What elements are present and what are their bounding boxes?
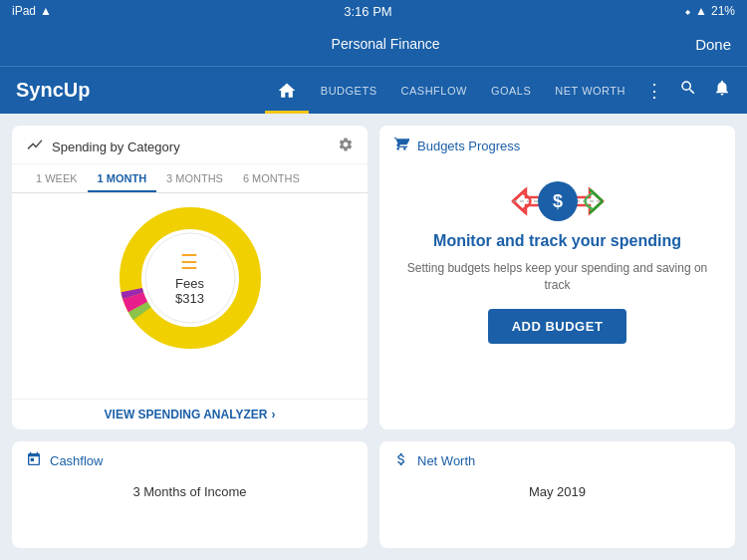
nav-logo: SyncUp xyxy=(8,79,98,102)
networth-card-header: Net Worth xyxy=(393,451,721,470)
more-options-icon[interactable]: ⋮ xyxy=(645,80,663,102)
dollar-icon xyxy=(393,451,409,470)
calendar-icon xyxy=(26,451,42,470)
nav-tab-budgets[interactable]: BUDGETS xyxy=(309,67,389,114)
app-header: Personal Finance Done xyxy=(0,22,747,66)
networth-title: Net Worth xyxy=(417,453,475,468)
status-bar: iPad ▲ 3:16 PM ⬥ ▲ 21% xyxy=(0,0,747,22)
notifications-icon[interactable] xyxy=(713,79,731,102)
spending-card: Spending by Category 1 WEEK 1 MONTH 3 MO… xyxy=(12,126,368,429)
status-bar-left: iPad ▲ xyxy=(12,4,52,18)
wifi-icon: ▲ xyxy=(40,4,52,18)
cashflow-subtitle: 3 Months of Income xyxy=(26,484,354,499)
budget-eye-icon: $ xyxy=(508,171,608,231)
add-budget-button[interactable]: ADD BUDGET xyxy=(488,309,627,344)
networth-subtitle: May 2019 xyxy=(393,484,721,499)
cashflow-title: Cashflow xyxy=(50,453,103,468)
search-icon[interactable] xyxy=(679,79,697,102)
spending-card-title: Spending by Category xyxy=(52,140,180,154)
chevron-right-icon: › xyxy=(271,408,275,421)
nav-tab-home[interactable] xyxy=(265,67,309,114)
nav-bar: SyncUp BUDGETS CASHFLOW GOALS NET WORTH … xyxy=(0,66,747,114)
svg-text:$: $ xyxy=(552,191,562,211)
donut-category-label: Fees xyxy=(175,276,204,291)
budgets-card-title: Budgets Progress xyxy=(417,139,520,153)
status-bar-time: 3:16 PM xyxy=(344,4,391,19)
wifi-signal-icon: ▲ xyxy=(695,4,707,18)
status-bar-right: ⬥ ▲ 21% xyxy=(684,4,735,18)
time-tab-1week[interactable]: 1 WEEK xyxy=(26,164,88,192)
main-content: Spending by Category 1 WEEK 1 MONTH 3 MO… xyxy=(0,114,747,560)
view-spending-analyzer-button[interactable]: VIEW SPENDING ANALYZER › xyxy=(12,399,368,429)
home-icon xyxy=(277,81,297,101)
donut-amount: $313 xyxy=(175,291,204,306)
networth-card: Net Worth May 2019 xyxy=(379,441,735,549)
cashflow-card: Cashflow 3 Months of Income xyxy=(12,441,368,549)
cashflow-card-header: Cashflow xyxy=(26,451,354,470)
donut-chart-area: ☰ Fees $313 xyxy=(12,193,368,399)
ipad-label: iPad xyxy=(12,4,36,18)
time-tabs: 1 WEEK 1 MONTH 3 MONTHS 6 MONTHS xyxy=(12,164,368,193)
bluetooth-icon: ⬥ xyxy=(684,4,691,18)
spending-gear-icon[interactable] xyxy=(338,137,354,156)
donut-chart: ☰ Fees $313 xyxy=(116,203,265,353)
time-tab-6months[interactable]: 6 MONTHS xyxy=(233,164,310,192)
spending-trend-icon xyxy=(26,136,44,157)
nav-tabs: BUDGETS CASHFLOW GOALS NET WORTH xyxy=(265,67,637,114)
budget-cta-title: Monitor and track your spending xyxy=(433,231,681,252)
battery-label: 21% xyxy=(711,4,735,18)
donut-center: ☰ Fees $313 xyxy=(175,250,204,306)
nav-tab-cashflow[interactable]: CASHFLOW xyxy=(389,67,479,114)
nav-tab-networth[interactable]: NET WORTH xyxy=(543,67,637,114)
donut-category-icon: ☰ xyxy=(175,250,204,274)
budget-cta-subtitle: Setting budgets helps keep your spending… xyxy=(393,260,721,294)
nav-icons: ⋮ xyxy=(637,79,739,102)
app-header-title: Personal Finance xyxy=(76,36,695,52)
time-tab-3months[interactable]: 3 MONTHS xyxy=(156,164,233,192)
nav-tab-goals[interactable]: GOALS xyxy=(479,67,543,114)
done-button[interactable]: Done xyxy=(695,36,731,53)
budgets-card-header: Budgets Progress xyxy=(393,136,520,155)
budgets-card: Budgets Progress $ Monitor and track you… xyxy=(379,126,735,429)
time-tab-1month[interactable]: 1 MONTH xyxy=(88,164,157,192)
cart-icon xyxy=(393,136,409,155)
spending-card-header: Spending by Category xyxy=(12,126,368,164)
